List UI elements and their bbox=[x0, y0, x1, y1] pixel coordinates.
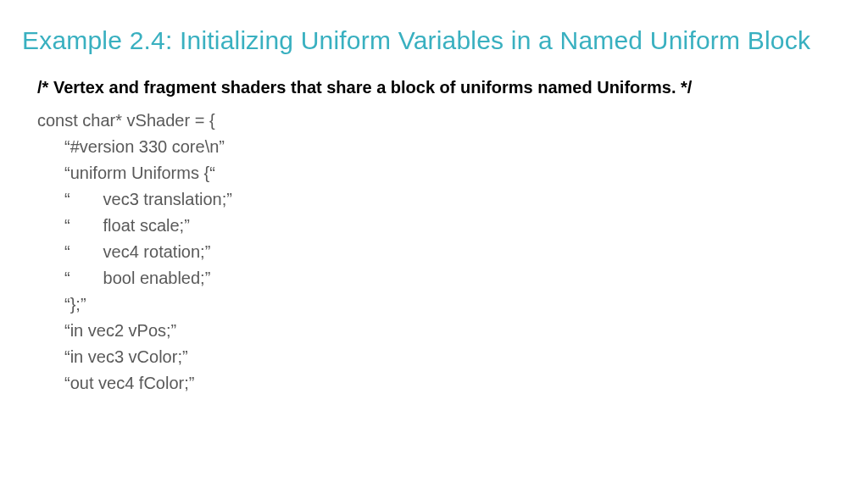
code-line: “ float scale;” bbox=[37, 213, 846, 239]
slide: Example 2.4: Initializing Uniform Variab… bbox=[0, 0, 868, 488]
slide-title: Example 2.4: Initializing Uniform Variab… bbox=[22, 25, 846, 56]
code-comment: /* Vertex and fragment shaders that shar… bbox=[37, 76, 846, 99]
code-line: const char* vShader = { bbox=[37, 108, 846, 134]
code-line: “ vec4 rotation;” bbox=[37, 239, 846, 265]
code-line: “#version 330 core\n” bbox=[37, 134, 846, 160]
code-line: “in vec2 vPos;” bbox=[37, 318, 846, 344]
code-line: “ vec3 translation;” bbox=[37, 186, 846, 213]
code-line: “};” bbox=[37, 291, 846, 318]
slide-body: /* Vertex and fragment shaders that shar… bbox=[22, 76, 846, 396]
code-line: “out vec4 fColor;” bbox=[37, 370, 846, 396]
code-line: “uniform Uniforms {“ bbox=[37, 160, 846, 186]
code-line: “ bool enabled;” bbox=[37, 265, 846, 291]
code-line: “in vec3 vColor;” bbox=[37, 344, 846, 370]
